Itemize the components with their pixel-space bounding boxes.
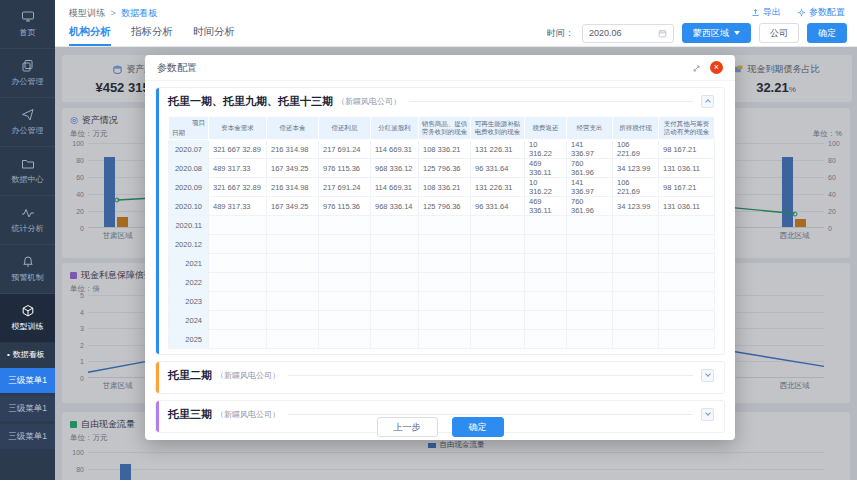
table-cell <box>419 235 471 254</box>
table-cell <box>267 292 319 311</box>
table-cell: 216 314.98 <box>267 178 319 197</box>
sidebar-item-copy[interactable]: 办公管理 <box>0 49 55 98</box>
table-cell <box>613 292 659 311</box>
table-cell: 34 123.99 <box>613 159 659 178</box>
send-icon <box>21 108 35 122</box>
table-cell <box>567 292 613 311</box>
expand-button[interactable] <box>701 369 714 382</box>
table-cell: 131 036.11 <box>659 159 715 178</box>
table-row: 2020.10489 317.33167 349.25976 115.36968… <box>169 197 715 216</box>
table-cell <box>659 254 715 273</box>
sidebar-item-cube[interactable]: 模型训练 <box>0 294 55 343</box>
table-cell: 141 336.97 <box>567 178 613 197</box>
row-date: 2020.08 <box>169 159 209 178</box>
table-cell: 216 314.98 <box>267 140 319 159</box>
table-cell: 760 361.96 <box>567 159 613 178</box>
table-cell <box>525 216 567 235</box>
table-cell <box>371 292 419 311</box>
sidebar-submenu-item-3[interactable]: 三级菜单1 <box>0 424 55 449</box>
table-cell: 108 336.21 <box>419 178 471 197</box>
table-cell <box>267 254 319 273</box>
sidebar-item-label: 统计分析 <box>12 223 44 234</box>
section-tuoli-1-9-13: 托里一期、托里九期、托里十三期 （新疆风电公司） 项目日期资本金需求偿还本金偿还… <box>155 87 725 355</box>
table-cell: 114 669.31 <box>371 140 419 159</box>
table-cell <box>471 216 525 235</box>
row-date: 2020.07 <box>169 140 209 159</box>
tab-时间分析[interactable]: 时间分析 <box>193 25 235 46</box>
table-column-header: 偿还本金 <box>267 117 319 140</box>
row-date: 2024 <box>169 311 209 330</box>
table-cell <box>567 311 613 330</box>
sidebar-item-monitor[interactable]: 首页 <box>0 0 55 49</box>
table-row: 2022 <box>169 273 715 292</box>
table-cell: 321 667 32.89 <box>209 178 267 197</box>
sidebar-item-pulse[interactable]: 统计分析 <box>0 196 55 245</box>
table-cell <box>371 216 419 235</box>
table-cell <box>613 216 659 235</box>
prev-step-button[interactable]: 上一步 <box>377 417 438 437</box>
table-cell <box>613 273 659 292</box>
confirm-button-modal[interactable]: 确定 <box>452 417 504 437</box>
export-button[interactable]: 导出 <box>751 6 781 19</box>
confirm-button-header[interactable]: 确定 <box>807 23 847 43</box>
table-cell <box>659 292 715 311</box>
time-picker[interactable]: 2020.06 <box>582 24 674 43</box>
maximize-button[interactable] <box>692 59 701 77</box>
table-cell: 968 336.12 <box>371 159 419 178</box>
param-table: 项目日期资本金需求偿还本金偿还利息分红派股利销售商品、提供劳务收到的现金可再生能… <box>168 116 715 349</box>
active-dot: • <box>7 350 10 359</box>
row-date: 2020.09 <box>169 178 209 197</box>
table-cell <box>319 254 371 273</box>
table-cell: 167 349.25 <box>267 197 319 216</box>
collapse-button[interactable] <box>701 95 714 108</box>
pulse-icon <box>21 206 35 220</box>
table-cell <box>371 235 419 254</box>
bell-icon <box>21 255 35 269</box>
sidebar-item-folder[interactable]: 数据中心 <box>0 147 55 196</box>
table-column-header: 支付其他与筹资活动有关的现金 <box>659 117 715 140</box>
sidebar-submenu-item-2[interactable]: 三级菜单1 <box>0 396 55 421</box>
table-cell <box>319 292 371 311</box>
company-button[interactable]: 公司 <box>759 23 799 43</box>
table-cell <box>371 311 419 330</box>
sidebar: 首页办公管理办公管理数据中心统计分析预警机制模型训练 • 数据看板 三级菜单1三… <box>0 0 55 480</box>
sidebar-item-send[interactable]: 办公管理 <box>0 98 55 147</box>
table-column-header: 可再生能源补贴电费收到的现金 <box>471 117 525 140</box>
table-cell: 131 036.11 <box>659 197 715 216</box>
table-cell <box>419 330 471 349</box>
sidebar-item-data-board[interactable]: • 数据看板 <box>0 343 55 365</box>
modal-body: 托里一期、托里九期、托里十三期 （新疆风电公司） 项目日期资本金需求偿还本金偿还… <box>155 81 725 440</box>
table-column-header: 资本金需求 <box>209 117 267 140</box>
corner-top-label: 项目 <box>192 119 205 127</box>
sidebar-item-label: 预警机制 <box>12 272 44 283</box>
tab-指标分析[interactable]: 指标分析 <box>131 25 173 46</box>
table-cell <box>659 216 715 235</box>
region-select-button[interactable]: 蒙西区域 <box>682 23 751 43</box>
table-cell <box>209 330 267 349</box>
close-button[interactable]: × <box>710 61 723 74</box>
row-date: 2022 <box>169 273 209 292</box>
sidebar-item-label: 办公管理 <box>12 125 44 136</box>
table-cell <box>319 216 371 235</box>
param-config-button[interactable]: 参数配置 <box>797 6 845 19</box>
gear-icon <box>797 8 806 17</box>
modal-title: 参数配置 <box>157 61 197 75</box>
table-column-header: 税费返还 <box>525 117 567 140</box>
breadcrumb-root[interactable]: 模型训练 <box>69 8 105 18</box>
table-row: 2021 <box>169 254 715 273</box>
table-cell <box>471 330 525 349</box>
sidebar-submenu-item-1[interactable]: 三级菜单1 <box>0 368 55 393</box>
topbar: 模型训练 > 数据看板 导出 参数配置 机构分析指标分析时间分析 时间： 202… <box>55 0 857 47</box>
table-cell: 10 316.22 <box>525 178 567 197</box>
chevron-icon <box>705 410 711 416</box>
table-cell: 976 115.36 <box>319 159 371 178</box>
table-cell <box>419 254 471 273</box>
table-cell <box>209 216 267 235</box>
tab-机构分析[interactable]: 机构分析 <box>69 25 111 46</box>
copy-icon <box>21 59 35 73</box>
section-company: （新疆风电公司） <box>337 96 401 107</box>
table-row: 2020.07321 667 32.89216 314.98217 691.24… <box>169 140 715 159</box>
sidebar-item-bell[interactable]: 预警机制 <box>0 245 55 294</box>
time-value: 2020.06 <box>589 28 622 38</box>
app-window: 首页办公管理办公管理数据中心统计分析预警机制模型训练 • 数据看板 三级菜单1三… <box>0 0 857 480</box>
